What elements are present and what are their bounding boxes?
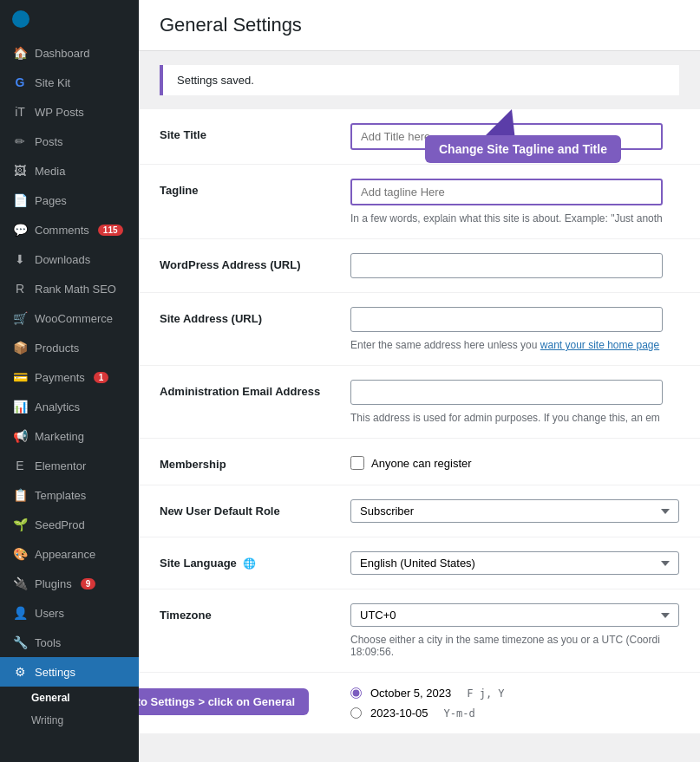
wordpress-url-input[interactable] xyxy=(350,253,663,278)
notice-text: Settings saved. xyxy=(177,74,254,87)
sidebar-item-products[interactable]: 📦 Products xyxy=(0,333,139,362)
submenu-item-writing[interactable]: Writing xyxy=(0,709,139,732)
sidebar-item-marketing[interactable]: 📢 Marketing xyxy=(0,421,139,451)
sidebar-item-label: Products xyxy=(35,342,79,355)
wordpress-url-row: WordPress Address (URL) xyxy=(139,239,700,293)
date-format-options: October 5, 2023 F j, Y 2023-10-05 Y-m-d xyxy=(350,687,679,720)
tools-icon: 🔧 xyxy=(12,635,28,650)
timezone-control: UTC+0 Choose either a city in the same t… xyxy=(350,603,679,658)
admin-email-row: Administration Email Address This addres… xyxy=(139,366,700,439)
settings-table: Site Title Change Site Tagline and Title… xyxy=(139,109,700,734)
admin-email-input[interactable] xyxy=(350,380,663,405)
timezone-label: Timezone xyxy=(160,603,350,622)
sidebar-item-comments[interactable]: 💬 Comments 115 xyxy=(0,215,139,244)
sidebar-item-woocommerce[interactable]: 🛒 WooCommerce xyxy=(0,303,139,333)
default-role-row: New User Default Role Subscriber Contrib… xyxy=(139,485,700,537)
submenu-writing-label: Writing xyxy=(31,714,63,726)
downloads-icon: ⬇ xyxy=(12,251,28,267)
wordpress-url-control xyxy=(350,253,679,278)
membership-checkbox-label: Anyone can register xyxy=(371,457,472,470)
admin-email-help: This address is used for admin purposes.… xyxy=(350,412,679,424)
site-language-select[interactable]: English (United States) xyxy=(350,551,679,575)
rank-math-icon: R xyxy=(12,281,28,296)
site-title-label: Site Title xyxy=(160,123,350,141)
sidebar-item-label: WP Posts xyxy=(35,106,84,119)
sidebar-item-wp-posts[interactable]: iT WP Posts xyxy=(0,97,139,127)
dashboard-icon: 🏠 xyxy=(12,45,28,61)
date-format-radio-1[interactable] xyxy=(350,687,362,699)
payments-badge: 1 xyxy=(94,372,109,383)
site-title-control xyxy=(350,123,679,150)
site-title-input[interactable] xyxy=(350,123,663,150)
plugins-icon: 🔌 xyxy=(12,576,28,591)
sidebar-item-plugins[interactable]: 🔌 Plugins 9 xyxy=(0,569,139,598)
sidebar-item-seedprod[interactable]: 🌱 SeedProd xyxy=(0,510,139,539)
site-url-link[interactable]: want your site home page xyxy=(540,339,659,351)
date-format-option-1: October 5, 2023 F j, Y xyxy=(350,687,679,700)
comments-icon: 💬 xyxy=(12,222,28,238)
sidebar-item-dashboard[interactable]: 🏠 Dashboard xyxy=(0,38,139,68)
marketing-icon: 📢 xyxy=(12,428,28,444)
sidebar-item-label: SeedProd xyxy=(35,518,85,531)
sidebar-item-label: Media xyxy=(35,165,65,178)
tagline-input[interactable] xyxy=(350,179,663,205)
plugins-badge: 9 xyxy=(81,578,96,589)
sidebar-item-templates[interactable]: 📋 Templates xyxy=(0,480,139,510)
tagline-label: Tagline xyxy=(160,179,350,197)
site-url-control: Enter the same address here unless you w… xyxy=(350,307,679,351)
sidebar-item-elementor[interactable]: E Elementor xyxy=(0,451,139,480)
sidebar-item-pages[interactable]: 📄 Pages xyxy=(0,186,139,215)
site-language-control: English (United States) xyxy=(350,551,679,575)
timezone-select[interactable]: UTC+0 xyxy=(350,603,679,627)
seedprod-icon: 🌱 xyxy=(12,517,28,532)
sidebar-item-analytics[interactable]: 📊 Analytics xyxy=(0,392,139,421)
date-format-code-1: F j, Y xyxy=(467,687,504,700)
sidebar-item-label: Users xyxy=(35,607,64,620)
sidebar-item-label: Plugins xyxy=(35,577,72,590)
tagline-control: In a few words, explain what this site i… xyxy=(350,179,679,225)
submenu-item-general[interactable]: General xyxy=(0,687,139,709)
date-format-radio-2[interactable] xyxy=(350,707,362,719)
sidebar-item-label: Analytics xyxy=(35,401,80,414)
sidebar-item-posts[interactable]: ✏ Posts xyxy=(0,127,139,156)
membership-control: Anyone can register xyxy=(350,453,679,470)
membership-label: Membership xyxy=(160,453,350,471)
woocommerce-icon: 🛒 xyxy=(12,310,28,326)
sidebar-logo xyxy=(0,0,139,38)
settings-saved-notice: Settings saved. xyxy=(160,65,679,95)
page-title: General Settings xyxy=(160,14,679,36)
default-role-select[interactable]: Subscriber Contributor Author Editor Adm… xyxy=(350,499,679,523)
settings-icon: ⚙ xyxy=(12,664,28,680)
timezone-help: Choose either a city in the same timezon… xyxy=(350,634,679,658)
sidebar-item-downloads[interactable]: ⬇ Downloads xyxy=(0,244,139,274)
site-language-label: Site Language 🌐 xyxy=(160,551,350,570)
membership-row: Membership Anyone can register xyxy=(139,439,700,485)
sidebar-item-appearance[interactable]: 🎨 Appearance xyxy=(0,539,139,569)
date-format-option-2: 2023-10-05 Y-m-d xyxy=(350,707,679,720)
main-content: General Settings Settings saved. Site Ti… xyxy=(139,0,700,762)
sidebar-item-settings[interactable]: ⚙ Settings xyxy=(0,657,139,687)
tagline-help: In a few words, explain what this site i… xyxy=(350,212,679,225)
sidebar-item-tools[interactable]: 🔧 Tools xyxy=(0,628,139,657)
date-format-label-2: 2023-10-05 xyxy=(370,707,429,720)
timezone-row: Timezone UTC+0 Choose either a city in t… xyxy=(139,589,700,673)
comments-badge: 115 xyxy=(98,225,123,236)
media-icon: 🖼 xyxy=(12,163,28,179)
sidebar-item-label: Posts xyxy=(35,135,63,148)
membership-checkbox[interactable] xyxy=(350,456,364,470)
analytics-icon: 📊 xyxy=(12,399,28,414)
sidebar-item-users[interactable]: 👤 Users xyxy=(0,598,139,628)
timestamp: 18:09:56 xyxy=(350,646,391,658)
sidebar-item-media[interactable]: 🖼 Media xyxy=(0,156,139,186)
tagline-row: Tagline In a few words, explain what thi… xyxy=(139,165,700,239)
site-url-input[interactable] xyxy=(350,307,663,332)
sidebar-item-rank-math[interactable]: R Rank Math SEO xyxy=(0,274,139,303)
payments-icon: 💳 xyxy=(12,369,28,385)
site-url-row: Site Address (URL) Enter the same addres… xyxy=(139,293,700,366)
sidebar-item-label: WooCommerce xyxy=(35,312,113,325)
sidebar-item-site-kit[interactable]: G Site Kit xyxy=(0,68,139,97)
default-role-label: New User Default Role xyxy=(160,499,350,518)
templates-icon: 📋 xyxy=(12,487,28,503)
sidebar-item-payments[interactable]: 💳 Payments 1 xyxy=(0,362,139,392)
submenu-general-label: General xyxy=(31,692,70,704)
